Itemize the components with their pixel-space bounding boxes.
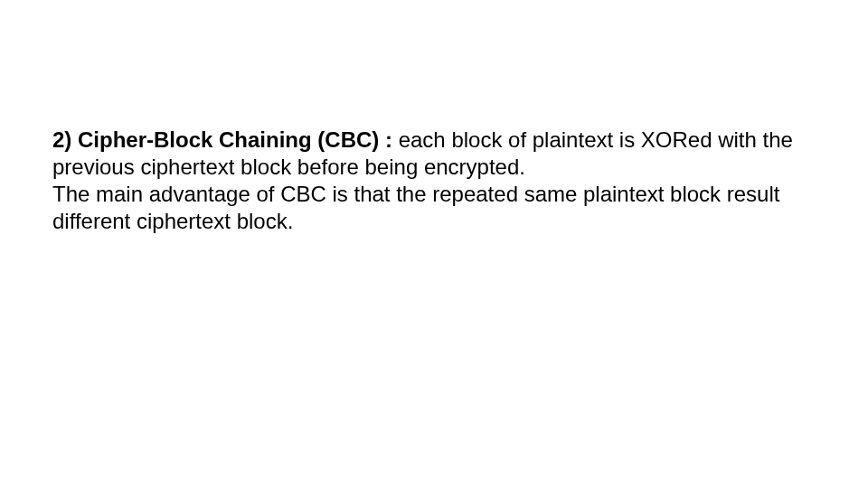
paragraph-2: The main advantage of CBC is that the re… xyxy=(52,181,816,235)
slide: 2) Cipher-Block Chaining (CBC) : each bl… xyxy=(0,0,868,488)
slide-body-text: 2) Cipher-Block Chaining (CBC) : each bl… xyxy=(52,127,816,235)
heading-bold: 2) Cipher-Block Chaining (CBC) : xyxy=(52,127,399,152)
paragraph-1: 2) Cipher-Block Chaining (CBC) : each bl… xyxy=(52,127,816,181)
